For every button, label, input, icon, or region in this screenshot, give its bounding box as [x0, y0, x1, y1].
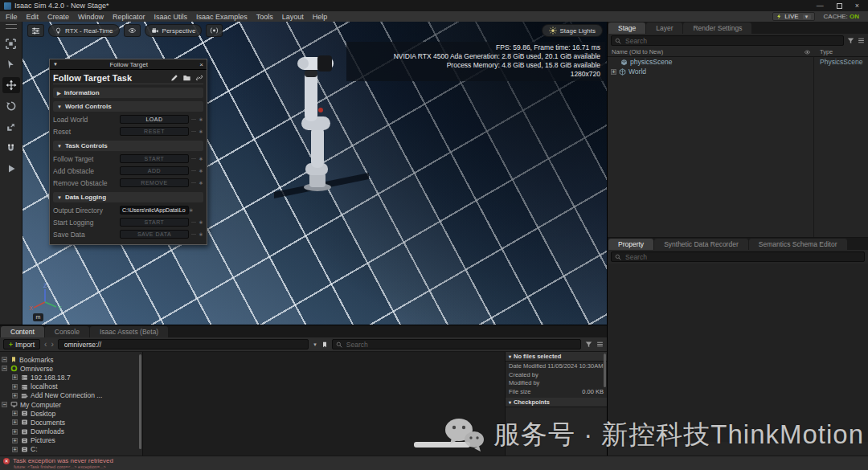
icon-size-slider[interactable]: [414, 442, 470, 448]
property-search-input[interactable]: [624, 252, 861, 262]
type-column-header[interactable]: Type: [820, 48, 833, 55]
toolbar-grip-icon[interactable]: [6, 24, 17, 29]
tab-content[interactable]: Content: [1, 326, 44, 337]
stage-lights-button[interactable]: Stage Lights: [542, 24, 603, 37]
tree-item-my-computer[interactable]: − My Computer: [2, 400, 141, 409]
path-dropdown-icon[interactable]: ▼: [313, 342, 317, 347]
minimize-icon[interactable]: —: [817, 2, 824, 10]
expand-icon[interactable]: +: [611, 69, 616, 75]
tree-item-add-connection[interactable]: + Add New Connection ...: [2, 391, 141, 400]
menu-help[interactable]: Help: [313, 13, 328, 21]
maximize-icon[interactable]: [837, 3, 842, 9]
viewport-3d[interactable]: RTX - Real-Time Perspective Stage Lights…: [23, 22, 607, 325]
expand-icon[interactable]: +: [12, 374, 18, 380]
tab-property[interactable]: Property: [608, 239, 653, 250]
live-dropdown-icon[interactable]: ▼: [803, 14, 811, 19]
selection-header[interactable]: ▾ No files selected: [506, 352, 607, 362]
checkpoints-header[interactable]: ▾ Checkpoints: [506, 398, 607, 407]
stage-row-world[interactable]: + World: [608, 67, 868, 76]
edit-icon[interactable]: [170, 74, 178, 82]
scale-tool-button[interactable]: [2, 119, 20, 135]
tab-layer[interactable]: Layer: [646, 22, 682, 34]
tree-scrollbar[interactable]: [139, 354, 141, 449]
expand-icon[interactable]: +: [12, 438, 18, 443]
tree-item-desktop[interactable]: + Desktop: [2, 409, 141, 418]
section-world-controls[interactable]: ▼ World Controls: [53, 101, 203, 112]
camera-dropdown[interactable]: Perspective: [145, 24, 203, 37]
error-message[interactable]: Task exception was never retrieved: [13, 457, 113, 464]
add-button[interactable]: ADD: [120, 166, 189, 175]
name-column-header[interactable]: Name (Old to New): [612, 48, 663, 55]
tree-item-bookmarks[interactable]: − Bookmarks: [2, 355, 141, 364]
start-button[interactable]: START: [120, 154, 189, 163]
visibility-button[interactable]: [124, 24, 141, 37]
save-data-button[interactable]: SAVE DATA: [120, 230, 189, 239]
tree-item-documents[interactable]: + Documents: [2, 418, 141, 427]
panel-close-icon[interactable]: ×: [199, 61, 203, 68]
menu-isaac-utils[interactable]: Isaac Utils: [154, 13, 188, 21]
tree-item-c-drive[interactable]: + C:: [2, 445, 141, 454]
link-icon[interactable]: [195, 74, 203, 82]
expand-icon[interactable]: +: [12, 447, 18, 452]
forward-icon[interactable]: ›: [51, 340, 53, 349]
capture-button[interactable]: [206, 24, 223, 37]
content-searchbox[interactable]: [332, 339, 581, 349]
collapse-icon[interactable]: −: [2, 366, 7, 371]
menu-tools[interactable]: Tools: [256, 13, 273, 21]
tree-item-server[interactable]: + 192.168.18.7: [2, 373, 141, 382]
folder-icon[interactable]: [182, 74, 191, 82]
tree-item-pictures[interactable]: + Pictures: [2, 436, 141, 445]
tab-console[interactable]: Console: [45, 326, 89, 337]
collapse-icon[interactable]: −: [2, 357, 7, 362]
menu-isaac-examples[interactable]: Isaac Examples: [196, 13, 248, 21]
follow-target-titlebar[interactable]: ▼ Follow Target ×: [50, 59, 207, 70]
back-icon[interactable]: ‹: [44, 340, 47, 349]
tab-stage[interactable]: Stage: [608, 22, 645, 34]
tab-semantics-schema-editor[interactable]: Semantics Schema Editor: [749, 239, 847, 250]
path-input[interactable]: [63, 340, 304, 349]
options-icon[interactable]: [596, 341, 604, 348]
cursor-tool-button[interactable]: [2, 56, 20, 72]
snap-tool-button[interactable]: [2, 140, 20, 156]
tree-item-downloads[interactable]: + Downloads: [2, 427, 141, 436]
tab-synthetic-data-recorder[interactable]: Synthetic Data Recorder: [654, 239, 748, 250]
close-icon[interactable]: ×: [855, 2, 859, 10]
rotate-tool-button[interactable]: [2, 98, 20, 114]
import-button[interactable]: + Import: [3, 339, 40, 349]
remove-button[interactable]: REMOVE: [120, 178, 189, 187]
expand-icon[interactable]: +: [12, 429, 18, 435]
content-search-input[interactable]: [345, 340, 577, 349]
stage-row-physicsscene[interactable]: physicsScene PhysicsScene: [608, 57, 868, 67]
expand-icon[interactable]: +: [12, 384, 18, 390]
menu-replicator[interactable]: Replicator: [113, 13, 145, 21]
filter-icon[interactable]: [585, 341, 592, 348]
menu-create[interactable]: Create: [47, 13, 69, 21]
bookmark-toggle-icon[interactable]: [321, 341, 328, 349]
output-directory-field[interactable]: [120, 206, 189, 215]
path-bar[interactable]: [58, 339, 309, 349]
menu-window[interactable]: Window: [78, 13, 104, 21]
expand-icon[interactable]: +: [12, 411, 18, 416]
tree-item-localhost[interactable]: + localhost: [2, 382, 141, 391]
select-mode-button[interactable]: [2, 35, 20, 51]
filter-icon[interactable]: [847, 37, 854, 44]
move-tool-button[interactable]: [2, 77, 20, 93]
tree-item-omniverse[interactable]: − Omniverse: [2, 364, 141, 373]
viewport-settings-button[interactable]: [27, 24, 44, 37]
expand-icon[interactable]: +: [12, 393, 18, 398]
menu-layout[interactable]: Layout: [282, 13, 304, 21]
renderer-dropdown[interactable]: RTX - Real-Time: [48, 24, 120, 37]
tab-isaac-assets[interactable]: Isaac Assets (Beta): [90, 326, 168, 337]
reset-button[interactable]: RESET: [120, 127, 189, 136]
tab-render-settings[interactable]: Render Settings: [683, 22, 751, 34]
play-button[interactable]: [2, 161, 20, 177]
collapse-icon[interactable]: −: [2, 402, 7, 407]
details-scrollbar[interactable]: [604, 354, 606, 387]
options-icon[interactable]: [858, 37, 865, 44]
expand-icon[interactable]: +: [12, 419, 18, 425]
stage-searchbox[interactable]: [611, 35, 844, 46]
menu-edit[interactable]: Edit: [27, 13, 39, 21]
stage-search-input[interactable]: [624, 36, 840, 46]
live-button[interactable]: LIVE ▼: [772, 12, 814, 21]
section-information[interactable]: ▶ Information: [53, 88, 203, 98]
